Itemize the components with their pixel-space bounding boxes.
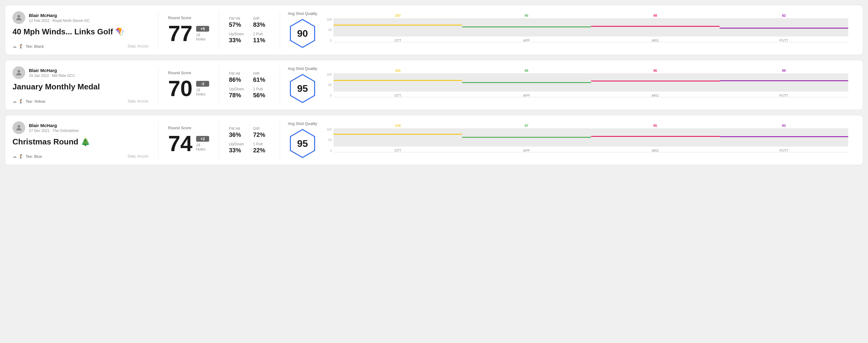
bar-group-ott: 101 OTT — [334, 69, 462, 97]
user-name-round2: Blair McHarg — [29, 68, 75, 73]
bar-value-ott: 107 — [395, 14, 400, 17]
oneputt-value-round2: 56% — [253, 92, 270, 99]
hexagon-round2: 95 — [287, 73, 318, 104]
fw-hit-value-round3: 36% — [229, 131, 246, 138]
fw-hit-label-round2: FW Hit — [229, 71, 246, 76]
tee-label-round2: Tee: Yellow — [26, 99, 45, 104]
bar-value-arg: 95 — [653, 124, 657, 127]
bar-marker-arg — [591, 81, 720, 82]
data-source-round3: Data: Arccos — [128, 154, 148, 158]
stat-oneputt-round3: 1 Putt 22% — [253, 142, 270, 154]
round-score-label-round1: Round Score — [168, 15, 209, 20]
chart-axis-0: 0 — [325, 39, 332, 42]
bar-wrapper-putt — [720, 18, 848, 36]
updown-value-round3: 33% — [229, 147, 246, 154]
user-header-round2: Blair McHarg 29 Jan 2022 · Mill Ride GCC — [12, 66, 148, 79]
bar-marker-app — [462, 82, 591, 83]
bar-marker-ott — [334, 134, 462, 135]
bar-marker-arg — [591, 26, 720, 27]
score-badge-round1: +5 — [196, 26, 209, 32]
stat-gir-round2: GIR 61% — [253, 71, 270, 83]
bar-bg-app — [462, 73, 591, 92]
bar-bg-putt — [720, 18, 848, 36]
chart-axis-100: 100 — [325, 73, 332, 76]
updown-value-round2: 78% — [229, 92, 246, 99]
bar-value-arg: 98 — [653, 14, 657, 17]
bar-wrapper-putt — [720, 73, 848, 92]
gir-value-round3: 72% — [253, 131, 270, 138]
chart-axis-0: 0 — [325, 149, 332, 152]
chart-axis-50: 50 — [325, 28, 332, 32]
bar-marker-ott — [334, 25, 462, 26]
user-icon — [15, 69, 23, 76]
chart-axis-100: 100 — [325, 18, 332, 21]
bar-wrapper-ott — [334, 73, 462, 92]
bar-bg-ott — [334, 128, 462, 147]
bar-chart-round3: 100 50 0 110 OTT 87 APP — [325, 122, 848, 158]
hexagon-round1: 90 — [287, 18, 318, 49]
bar-bg-putt — [720, 73, 848, 92]
gir-value-round2: 61% — [253, 76, 270, 83]
svg-point-1 — [18, 70, 20, 73]
quality-left-round3: Avg Shot Quality 95 — [287, 121, 318, 159]
round-score-label-round2: Round Score — [168, 70, 209, 75]
stat-oneputt-round2: 1 Putt 56% — [253, 87, 270, 99]
bar-group-putt: 82 PUTT — [720, 14, 848, 42]
bar-group-putt: 93 PUTT — [720, 124, 848, 152]
card-stats-round3: FW Hit 36% GIR 72% Up/Down 33% 1 Putt 22… — [219, 121, 280, 159]
user-name-round1: Blair McHarg — [29, 13, 90, 18]
round-card-round3: Blair McHarg 27 Dec 2021 · The Oxfordshi… — [5, 115, 863, 165]
stat-updown-round2: Up/Down 78% — [229, 87, 246, 99]
bar-wrapper-app — [462, 128, 591, 147]
fw-hit-label-round3: FW Hit — [229, 126, 246, 131]
gir-value-round1: 83% — [253, 21, 270, 28]
quality-left-round1: Avg Shot Quality 90 — [287, 11, 318, 49]
weather-icon: ☁ — [12, 44, 17, 49]
bar-bg-app — [462, 128, 591, 147]
score-row-round3: 74 +2 18 Holes — [168, 132, 209, 154]
bar-wrapper-ott — [334, 18, 462, 36]
round-card-round1: Blair McHarg 12 Feb 2022 · Royal North D… — [5, 5, 863, 55]
stat-fw-hit-round3: FW Hit 36% — [229, 126, 246, 138]
stats-grid-round2: FW Hit 86% GIR 61% Up/Down 78% 1 Putt 56… — [229, 71, 270, 99]
gir-label-round1: GIR — [253, 17, 270, 21]
bar-wrapper-app — [462, 73, 591, 92]
bar-group-app: 87 APP — [462, 124, 591, 152]
card-quality-round3: Avg Shot Quality 95 100 50 0 110 OTT — [280, 121, 856, 159]
bar-chart-round1: 100 50 0 107 OTT 95 APP — [325, 12, 848, 48]
gir-label-round3: GIR — [253, 126, 270, 131]
user-icon — [15, 14, 23, 22]
bar-value-app: 87 — [525, 124, 528, 127]
round-title-round2: January Monthly Medal — [12, 82, 148, 92]
score-value-round2: 70 — [168, 77, 192, 99]
bar-group-app: 95 APP — [462, 14, 591, 42]
card-quality-round2: Avg Shot Quality 95 100 50 0 101 OTT — [280, 66, 856, 104]
bar-value-arg: 96 — [653, 69, 657, 72]
score-details-round1: +5 18 Holes — [196, 26, 209, 41]
stat-gir-round3: GIR 72% — [253, 126, 270, 138]
tee-info-round2: ☁ 🏌 Tee: Yellow — [12, 99, 45, 104]
bar-value-putt: 99 — [782, 69, 785, 72]
gir-label-round2: GIR — [253, 71, 270, 76]
quality-score-round1: 90 — [297, 28, 308, 39]
quality-label-round1: Avg Shot Quality — [288, 11, 317, 16]
bar-value-putt: 82 — [782, 14, 785, 17]
bar-bg-ott — [334, 18, 462, 36]
score-details-round3: +2 18 Holes — [196, 136, 209, 151]
stat-updown-round1: Up/Down 33% — [229, 32, 246, 44]
card-score-round2: Round Score 70 -2 18 Holes — [158, 66, 219, 104]
score-value-round1: 77 — [168, 23, 192, 44]
bar-bg-arg — [591, 73, 720, 92]
svg-point-2 — [18, 125, 20, 128]
bar-group-arg: 98 ARG — [591, 14, 720, 42]
data-source-round1: Data: Arccos — [128, 44, 148, 48]
card-left-round3: Blair McHarg 27 Dec 2021 · The Oxfordshi… — [12, 121, 158, 159]
bar-group-arg: 95 ARG — [591, 124, 720, 152]
score-value-round3: 74 — [168, 132, 192, 154]
oneputt-label-round2: 1 Putt — [253, 87, 270, 91]
bar-marker-ott — [334, 80, 462, 81]
score-holes-round1: 18 Holes — [196, 33, 209, 41]
tee-label-round1: Tee: Black — [26, 44, 44, 49]
oneputt-label-round3: 1 Putt — [253, 142, 270, 146]
chart-axis-100: 100 — [325, 128, 332, 131]
